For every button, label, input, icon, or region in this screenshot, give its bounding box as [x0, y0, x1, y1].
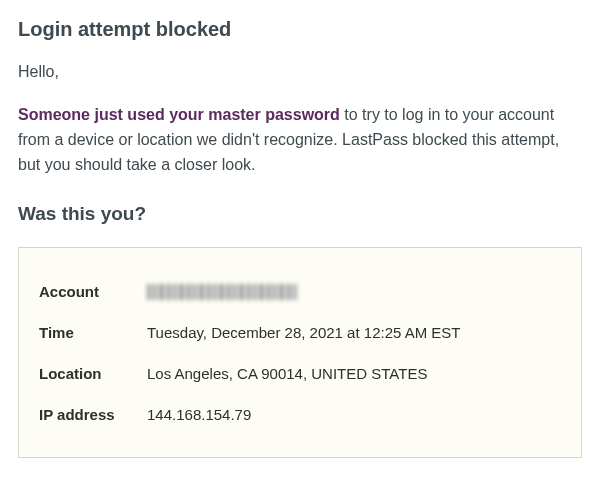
location-label: Location: [39, 365, 147, 382]
details-box: Account Time Tuesday, December 28, 2021 …: [18, 247, 582, 458]
detail-row-ip: IP address 144.168.154.79: [39, 394, 561, 435]
location-value: Los Angeles, CA 90014, UNITED STATES: [147, 365, 427, 382]
account-value: [147, 282, 297, 300]
redacted-account: [147, 284, 297, 300]
detail-row-account: Account: [39, 270, 561, 312]
ip-value: 144.168.154.79: [147, 406, 251, 423]
greeting-text: Hello,: [18, 63, 582, 81]
account-label: Account: [39, 283, 147, 300]
time-value: Tuesday, December 28, 2021 at 12:25 AM E…: [147, 324, 461, 341]
page-title: Login attempt blocked: [18, 18, 582, 41]
warning-bold-text: Someone just used your master password: [18, 106, 340, 123]
warning-paragraph: Someone just used your master password t…: [18, 103, 582, 177]
time-label: Time: [39, 324, 147, 341]
ip-label: IP address: [39, 406, 147, 423]
detail-row-location: Location Los Angeles, CA 90014, UNITED S…: [39, 353, 561, 394]
was-this-you-heading: Was this you?: [18, 203, 582, 225]
detail-row-time: Time Tuesday, December 28, 2021 at 12:25…: [39, 312, 561, 353]
